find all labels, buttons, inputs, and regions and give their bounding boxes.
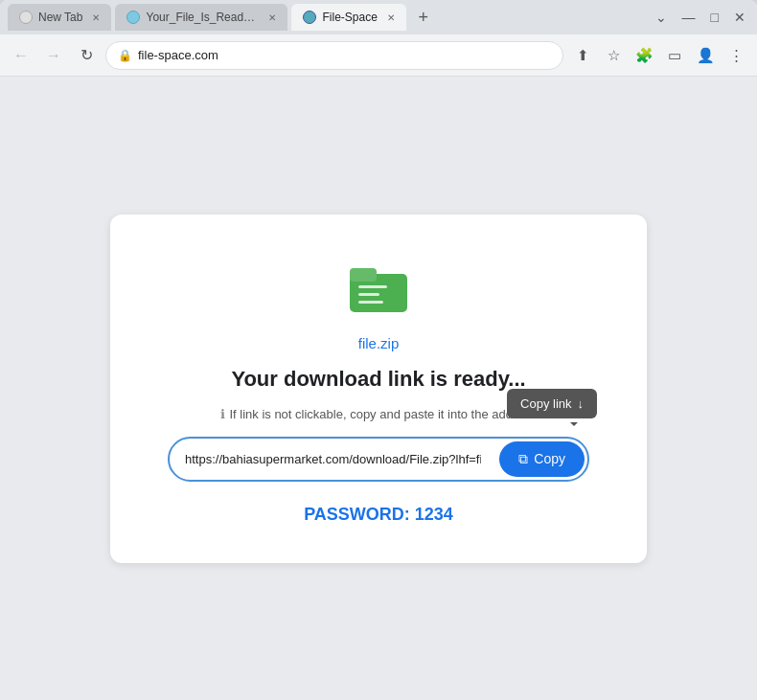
svg-rect-3	[358, 293, 379, 296]
bookmark-button[interactable]: ☆	[600, 42, 627, 69]
copy-button[interactable]: ⧉ Copy	[499, 441, 585, 477]
tab-your-file[interactable]: Your_File_Is_Ready_To_Down... ✕	[115, 4, 287, 31]
info-icon: ℹ	[220, 407, 225, 421]
file-icon	[345, 253, 412, 320]
minimize-button[interactable]: —	[678, 8, 700, 27]
forward-icon: →	[46, 47, 61, 64]
bookmark-icon: ☆	[608, 47, 620, 64]
file-icon-wrapper	[345, 253, 412, 320]
tab-file-space-label: File-Space	[322, 11, 377, 24]
menu-button[interactable]: ⋮	[723, 42, 749, 69]
close-button[interactable]: ✕	[730, 8, 749, 27]
nav-bar: ← → ↻ 🔒 file-space.com ⬆ ☆ 🧩 ▭	[0, 34, 757, 77]
new-tab-icon	[19, 11, 33, 24]
sidebar-icon: ▭	[668, 47, 681, 64]
extensions-icon: 🧩	[635, 47, 654, 64]
menu-icon: ⋮	[729, 47, 744, 64]
back-button[interactable]: ←	[8, 42, 34, 69]
svg-rect-1	[350, 268, 377, 282]
link-row: ⧉ Copy Copy link ↓	[168, 437, 589, 482]
address-bar[interactable]: 🔒 file-space.com	[105, 41, 563, 70]
window-controls: ⌄ — □ ✕	[652, 8, 749, 27]
page-content: 🔍 ff file.zip Your download link is re	[0, 77, 757, 700]
svg-rect-2	[358, 285, 387, 288]
title-bar: New Tab ✕ Your_File_Is_Ready_To_Down... …	[0, 0, 757, 34]
download-card: file.zip Your download link is ready... …	[110, 215, 647, 563]
info-row: ℹ If link is not clickable, copy and pas…	[220, 407, 536, 421]
reload-icon: ↻	[80, 46, 93, 64]
extensions-button[interactable]: 🧩	[631, 42, 657, 69]
copy-button-label: Copy	[534, 451, 565, 466]
tooltip-label: Copy link	[520, 396, 571, 411]
share-icon: ⬆	[577, 47, 589, 64]
download-title: Your download link is ready...	[231, 367, 525, 392]
tab-your-file-close[interactable]: ✕	[268, 12, 276, 23]
download-url-input[interactable]	[170, 442, 496, 476]
tab-file-space[interactable]: File-Space ✕	[291, 4, 405, 31]
tab-your-file-label: Your_File_Is_Ready_To_Down...	[146, 11, 259, 24]
tab-new-tab[interactable]: New Tab ✕	[8, 4, 111, 31]
reload-button[interactable]: ↻	[73, 42, 100, 69]
tooltip-popup: Copy link ↓	[507, 389, 597, 418]
password-row: PASSWORD: 1234	[304, 505, 453, 525]
sidebar-button[interactable]: ▭	[661, 42, 688, 69]
browser-window: New Tab ✕ Your_File_Is_Ready_To_Down... …	[0, 0, 757, 700]
your-file-icon	[126, 11, 140, 24]
tab-new-tab-close[interactable]: ✕	[92, 12, 100, 23]
info-text: If link is not clickable, copy and paste…	[229, 407, 536, 421]
tooltip-arrow-icon: ↓	[578, 396, 585, 411]
address-text: file-space.com	[138, 48, 218, 62]
copy-icon: ⧉	[518, 451, 528, 467]
forward-button[interactable]: →	[40, 42, 67, 69]
chevron-down-icon[interactable]: ⌄	[652, 8, 671, 27]
maximize-button[interactable]: □	[707, 8, 723, 27]
svg-rect-4	[358, 301, 383, 304]
nav-actions: ⬆ ☆ 🧩 ▭ 👤 ⋮	[569, 42, 749, 69]
new-tab-button[interactable]: +	[410, 4, 437, 31]
share-button[interactable]: ⬆	[569, 42, 596, 69]
filename: file.zip	[358, 335, 400, 351]
tab-new-tab-label: New Tab	[38, 11, 82, 24]
tab-file-space-close[interactable]: ✕	[387, 12, 395, 23]
lock-icon: 🔒	[118, 49, 132, 62]
file-space-icon	[303, 11, 316, 24]
profile-icon: 👤	[697, 47, 715, 64]
back-icon: ←	[13, 47, 29, 64]
profile-button[interactable]: 👤	[692, 42, 719, 69]
